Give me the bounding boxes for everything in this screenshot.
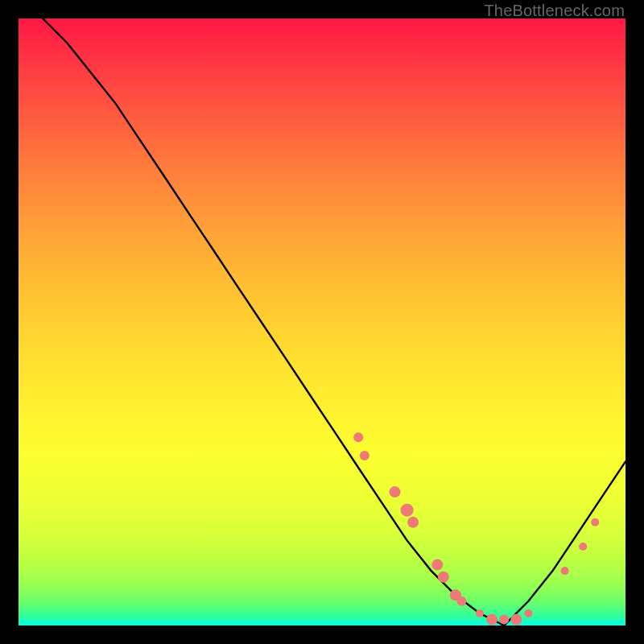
data-marker bbox=[476, 609, 484, 617]
attribution-text: TheBottleneck.com bbox=[484, 2, 625, 20]
chart-svg bbox=[19, 19, 625, 625]
data-marker bbox=[486, 614, 497, 625]
data-marker bbox=[456, 597, 466, 606]
data-markers bbox=[353, 432, 599, 625]
data-marker bbox=[510, 614, 522, 625]
data-marker bbox=[353, 432, 363, 442]
data-marker bbox=[499, 615, 509, 625]
chart-frame bbox=[19, 19, 625, 625]
data-marker bbox=[360, 451, 369, 460]
data-marker bbox=[524, 609, 532, 617]
data-marker bbox=[390, 486, 401, 497]
data-marker bbox=[407, 517, 419, 528]
data-marker bbox=[401, 504, 414, 517]
data-marker bbox=[431, 559, 443, 571]
data-marker bbox=[438, 572, 449, 583]
curve-path bbox=[43, 19, 625, 625]
data-marker bbox=[561, 567, 569, 575]
data-marker bbox=[579, 543, 587, 551]
data-marker bbox=[591, 518, 599, 526]
